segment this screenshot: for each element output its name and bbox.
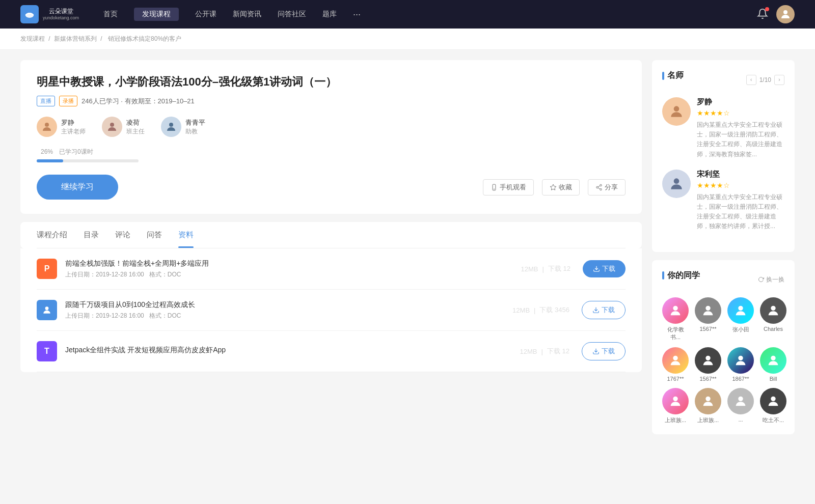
classmate-name-8: 上班族... <box>665 416 686 424</box>
left-panel: 明星中教授课，小学阶段语法100分–强化级第1讲动词（一） 直播 录播 246人… <box>20 60 642 442</box>
breadcrumb-link-discover[interactable]: 发现课程 <box>20 35 45 42</box>
notification-dot <box>765 7 769 11</box>
classmate-name-11: 吃土不... <box>763 416 784 424</box>
teachers: 罗静 主讲老师 凌荷 班主任 <box>37 117 626 137</box>
download-button-1[interactable]: 下载 <box>582 301 626 319</box>
classmate-avatar-5 <box>695 347 721 374</box>
classmate-2[interactable]: 张小田 <box>727 297 754 341</box>
resource-title-2: Jetpack全组件实战 开发短视频应用高仿皮皮虾App <box>65 346 520 355</box>
resource-meta-0: 上传日期：2019-12-28 16:00 格式：DOC <box>65 270 521 279</box>
classmate-name-2: 张小田 <box>732 326 749 333</box>
resource-item-0: P 前端全栈加强版！前端全栈+全周期+多端应用 上传日期：2019-12-28 … <box>37 248 626 290</box>
classmate-10[interactable]: ... <box>727 388 754 424</box>
resource-icon-1 <box>37 300 57 320</box>
svg-point-19 <box>673 305 677 310</box>
nav-item-home[interactable]: 首页 <box>103 8 118 21</box>
nav-more[interactable]: ··· <box>353 9 361 20</box>
resource-title-1: 跟随千万级项目从0到100全过程高效成长 <box>65 300 512 310</box>
svg-point-25 <box>738 355 743 360</box>
nav-item-open[interactable]: 公开课 <box>195 8 216 21</box>
breadcrumb-current: 销冠修炼术搞定80%的客户 <box>108 35 181 42</box>
teacher-avatar-1 <box>102 117 122 137</box>
svg-point-9 <box>596 186 599 188</box>
course-title: 明星中教授课，小学阶段语法100分–强化级第1讲动词（一） <box>37 74 626 90</box>
teacher-name-1: 凌荷 <box>126 118 145 127</box>
classmate-3[interactable]: Charles <box>760 297 786 341</box>
tab-intro[interactable]: 课程介绍 <box>37 222 67 248</box>
teacher-name-0: 罗静 <box>61 118 86 127</box>
nav-item-discover[interactable]: 发现课程 <box>134 8 179 21</box>
classmate-avatar-4 <box>662 347 689 374</box>
continue-button[interactable]: 继续学习 <box>37 175 118 200</box>
classmate-4[interactable]: 1767** <box>662 347 689 382</box>
page-info: 1/10 <box>759 76 771 83</box>
nav-item-qa[interactable]: 问答社区 <box>278 8 306 21</box>
classmate-8[interactable]: 上班族... <box>662 388 689 424</box>
next-page-button[interactable]: › <box>774 75 784 85</box>
classmate-9[interactable]: 上班族... <box>695 388 721 424</box>
logo-name: 云朵课堂 <box>43 8 79 15</box>
logo[interactable]: 云朵课堂 yundoketang.com <box>20 5 79 23</box>
progress-bar-bg <box>37 159 139 162</box>
logo-sub: yundoketang.com <box>43 15 79 20</box>
classmates-grid: 化学教书... 1567** 张小田 <box>662 297 784 424</box>
svg-line-12 <box>598 185 600 186</box>
classmate-avatar-9 <box>695 388 721 414</box>
master-avatar-0 <box>662 97 691 126</box>
classmate-avatar-6 <box>727 347 754 374</box>
svg-point-10 <box>600 188 602 190</box>
resource-info-1: 跟随千万级项目从0到100全过程高效成长 上传日期：2019-12-28 16:… <box>65 300 512 320</box>
classmate-avatar-2 <box>727 297 754 324</box>
share-button[interactable]: 分享 <box>588 179 626 195</box>
masters-header: 名师 ‹ 1/10 › <box>662 70 784 89</box>
svg-point-24 <box>705 355 710 360</box>
classmate-1[interactable]: 1567** <box>695 297 721 341</box>
nav-item-news[interactable]: 新闻资讯 <box>233 8 261 21</box>
tab-resources[interactable]: 资料 <box>178 222 194 248</box>
download-button-2[interactable]: 下载 <box>582 342 626 360</box>
collect-button[interactable]: 收藏 <box>542 179 580 195</box>
classmate-7[interactable]: Bill <box>760 347 786 382</box>
svg-point-20 <box>705 305 710 310</box>
classmate-avatar-7 <box>760 347 786 374</box>
classmate-0[interactable]: 化学教书... <box>662 297 689 341</box>
refresh-button[interactable]: 换一换 <box>758 275 784 284</box>
svg-point-17 <box>674 106 680 111</box>
prev-page-button[interactable]: ‹ <box>746 75 756 85</box>
tab-catalog[interactable]: 目录 <box>84 222 99 248</box>
master-name-1: 宋利坚 <box>697 170 784 179</box>
teacher-avatar-0 <box>37 117 57 137</box>
nav-right <box>757 5 795 23</box>
resource-stats-1: 12MB | 下载 3456 <box>512 305 569 315</box>
breadcrumb: 发现课程 / 新媒体营销系列 / 销冠修炼术搞定80%的客户 <box>0 29 815 50</box>
nav-item-quiz[interactable]: 题库 <box>322 8 337 21</box>
master-name-0: 罗静 <box>697 97 784 107</box>
classmates-card: 你的同学 换一换 化学教书... 15 <box>652 260 795 434</box>
mobile-watch-button[interactable]: 手机观看 <box>483 179 534 195</box>
classmate-11[interactable]: 吃土不... <box>760 388 786 424</box>
notification-bell[interactable] <box>757 8 768 21</box>
classmates-title: 你的同学 <box>662 270 700 281</box>
progress-label: 26% 已学习0课时 <box>37 147 626 156</box>
tab-review[interactable]: 评论 <box>115 222 130 248</box>
classmate-name-6: 1867** <box>732 376 749 382</box>
progress-bar-fill <box>37 159 63 162</box>
svg-point-22 <box>771 305 775 310</box>
teacher-role-0: 主讲老师 <box>61 127 86 136</box>
right-panel: 名师 ‹ 1/10 › 罗静 ★★★★☆ 国内某重点大学安全工程专业硕士，国家一… <box>652 60 795 442</box>
svg-line-11 <box>598 187 600 188</box>
breadcrumb-link-series[interactable]: 新媒体营销系列 <box>54 35 97 42</box>
action-buttons: 手机观看 收藏 分享 <box>483 179 626 195</box>
svg-point-3 <box>110 123 114 127</box>
teacher-2: 青青平 助教 <box>161 117 205 137</box>
main-layout: 明星中教授课，小学阶段语法100分–强化级第1讲动词（一） 直播 录播 246人… <box>0 50 815 453</box>
user-avatar[interactable] <box>776 5 795 23</box>
download-button-0[interactable]: 下载 <box>583 260 626 277</box>
progress-area: 26% 已学习0课时 <box>37 147 626 162</box>
classmate-5[interactable]: 1567** <box>695 347 721 382</box>
teacher-name-2: 青青平 <box>185 118 205 127</box>
teacher-avatar-2 <box>161 117 181 137</box>
tab-qa[interactable]: 问答 <box>147 222 162 248</box>
tabs-card: 课程介绍 目录 评论 问答 资料 <box>20 222 642 248</box>
classmate-6[interactable]: 1867** <box>727 347 754 382</box>
